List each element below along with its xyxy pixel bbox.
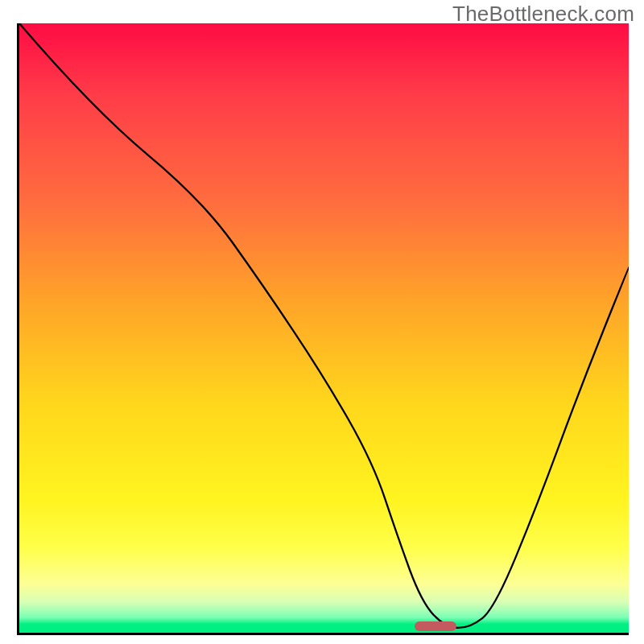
optimal-marker: [415, 621, 456, 631]
bottleneck-curve: [19, 23, 629, 633]
curve-path: [19, 23, 629, 628]
chart-plot-area: [17, 23, 629, 635]
